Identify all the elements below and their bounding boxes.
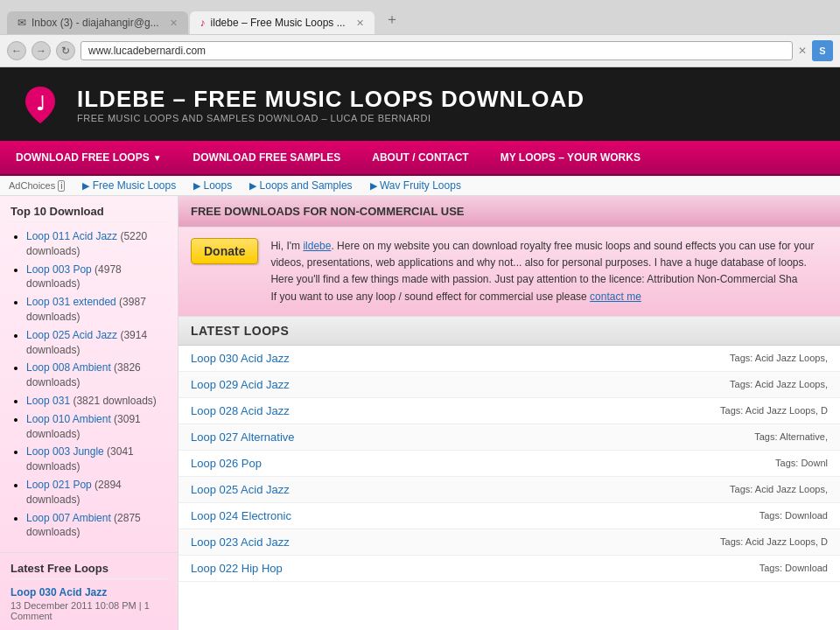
free-downloads-banner: FREE DOWNLOADS FOR NON-COMMERCIAL USE: [178, 196, 840, 228]
loop-link[interactable]: Loop 031 extended: [26, 296, 116, 308]
list-item: Loop 003 Jungle (3041 downloads): [26, 444, 167, 474]
list-item: Loop 010 Ambient (3091 downloads): [26, 412, 167, 442]
site-logo: ♩: [18, 81, 63, 127]
loop-link[interactable]: Loop 030 Acid Jazz: [10, 586, 167, 598]
play-icon-3: ▶: [249, 180, 256, 191]
loop-name-link[interactable]: Loop 028 Acid Jazz: [191, 404, 290, 417]
loop-meta: 13 December 2011 10:08 PM | 1 Comment: [10, 600, 167, 621]
right-content: FREE DOWNLOADS FOR NON-COMMERCIAL USE Do…: [178, 196, 840, 630]
loop-link[interactable]: Loop 007 Ambient: [26, 512, 111, 524]
ad-choices: AdChoices i: [9, 180, 65, 192]
site-subtitle: FREE MUSIC LOOPS AND SAMPLES DOWNLOAD – …: [77, 113, 584, 123]
table-row: Loop 023 Acid Jazz Tags: Acid Jazz Loops…: [178, 529, 840, 556]
latest-loops-header: LATEST LOOPS: [178, 317, 840, 346]
loop-name-link[interactable]: Loop 029 Acid Jazz: [191, 378, 290, 391]
gmail-tab-close[interactable]: ✕: [170, 18, 178, 29]
svg-text:♩: ♩: [36, 93, 45, 115]
loop-tags: Tags: Download: [760, 563, 828, 573]
loop-link[interactable]: Loop 008 Ambient: [26, 361, 111, 374]
site-title: ILDEBE – FREE MUSIC LOOPS DOWNLOAD: [77, 86, 584, 113]
loop-link[interactable]: Loop 010 Ambient: [26, 413, 111, 425]
loop-tags: Tags: Acid Jazz Loops, D: [720, 405, 828, 416]
loop-name-link[interactable]: Loop 022 Hip Hop: [191, 562, 283, 575]
ad-choices-icon: i: [58, 180, 65, 192]
forward-button[interactable]: →: [32, 41, 51, 60]
loop-link[interactable]: Loop 003 Jungle: [26, 445, 104, 458]
loop-link[interactable]: Loop 011 Acid Jazz: [26, 230, 117, 242]
loop-name-link[interactable]: Loop 023 Acid Jazz: [191, 536, 290, 549]
list-item: Loop 003 Pop (4978 downloads): [26, 262, 167, 292]
ildebe-tab-label: ildebe – Free Music Loops ...: [211, 17, 346, 29]
table-row: Loop 030 Acid Jazz Tags: Acid Jazz Loops…: [178, 346, 840, 372]
site-header: ♩ ILDEBE – FREE MUSIC LOOPS DOWNLOAD FRE…: [0, 67, 840, 141]
gmail-tab-label: Inbox (3) - diajahangir@g...: [32, 17, 159, 29]
loop-link[interactable]: Loop 031: [26, 395, 70, 407]
ildebe-link[interactable]: ildebe: [303, 240, 331, 252]
dropdown-arrow-icon: ▼: [153, 153, 162, 163]
donate-button[interactable]: Donate: [191, 238, 258, 264]
ad-link-loops[interactable]: ▶ Loops: [193, 179, 232, 192]
top10-section: Top 10 Download Loop 011 Acid Jazz (5220…: [0, 196, 178, 553]
url-input[interactable]: [80, 41, 793, 60]
new-tab-button[interactable]: ＋: [376, 5, 408, 34]
ildebe-tab-close[interactable]: ✕: [356, 18, 364, 29]
table-row: Loop 029 Acid Jazz Tags: Acid Jazz Loops…: [178, 372, 840, 398]
sidebar: Top 10 Download Loop 011 Acid Jazz (5220…: [0, 196, 178, 630]
donate-description: Hi, I'm ildebe. Here on my website you c…: [270, 238, 828, 305]
table-row: Loop 022 Hip Hop Tags: Download: [178, 556, 840, 582]
ad-link-loops-and-samples[interactable]: ▶ Loops and Samples: [249, 179, 352, 192]
loop-name-link[interactable]: Loop 026 Pop: [191, 457, 262, 470]
list-item: Loop 031 (3821 downloads): [26, 394, 167, 409]
browser-chrome: ✉ Inbox (3) - diajahangir@g... ✕ ♪ ildeb…: [0, 0, 840, 67]
ildebe-favicon: ♪: [200, 17, 206, 29]
loops-table: Loop 030 Acid Jazz Tags: Acid Jazz Loops…: [178, 346, 840, 582]
latest-loops-sidebar-section: Latest Free Loops Loop 030 Acid Jazz 13 …: [0, 553, 178, 630]
list-item: Loop 008 Ambient (3826 downloads): [26, 360, 167, 390]
tab-gmail[interactable]: ✉ Inbox (3) - diajahangir@g... ✕: [7, 11, 188, 34]
browser-action-button[interactable]: S: [812, 40, 833, 61]
header-text: ILDEBE – FREE MUSIC LOOPS DOWNLOAD FREE …: [77, 86, 584, 123]
nav-my-loops[interactable]: MY LOOPS – YOUR WORKS: [485, 141, 656, 174]
ad-bar: AdChoices i ▶ Free Music Loops ▶ Loops ▶…: [0, 176, 840, 196]
loop-tags: Tags: Alternative,: [754, 431, 828, 442]
tab-bar: ✉ Inbox (3) - diajahangir@g... ✕ ♪ ildeb…: [0, 0, 840, 34]
loop-tags: Tags: Acid Jazz Loops, D: [720, 536, 828, 547]
loop-name-link[interactable]: Loop 024 Electronic: [191, 509, 291, 522]
table-row: Loop 027 Alternative Tags: Alternative,: [178, 424, 840, 451]
main-nav: DOWNLOAD FREE LOOPS ▼ DOWNLOAD FREE SAMP…: [0, 141, 840, 176]
list-item: Loop 021 Pop (2894 downloads): [26, 478, 167, 508]
nav-about[interactable]: ABOUT / CONTACT: [356, 141, 484, 174]
list-item: Loop 007 Ambient (2875 downloads): [26, 511, 167, 541]
donate-section: Donate Hi, I'm ildebe. Here on my websit…: [178, 228, 840, 317]
contact-link[interactable]: contact me: [590, 290, 641, 303]
table-row: Loop 026 Pop Tags: Downl: [178, 451, 840, 477]
table-row: Loop 025 Acid Jazz Tags: Acid Jazz Loops…: [178, 477, 840, 503]
ad-link-free-music-loops[interactable]: ▶ Free Music Loops: [82, 179, 176, 192]
ad-link-wav-fruity-loops[interactable]: ▶ Wav Fruity Loops: [370, 179, 461, 192]
nav-download-loops[interactable]: DOWNLOAD FREE LOOPS ▼: [0, 141, 178, 174]
list-item: Loop 030 Acid Jazz 13 December 2011 10:0…: [10, 586, 167, 621]
back-button[interactable]: ←: [7, 41, 26, 60]
table-row: Loop 024 Electronic Tags: Download: [178, 503, 840, 529]
tab-ildebe[interactable]: ♪ ildebe – Free Music Loops ... ✕: [190, 11, 374, 34]
nav-download-samples[interactable]: DOWNLOAD FREE SAMPLES: [178, 141, 357, 174]
loop-link[interactable]: Loop 003 Pop: [26, 263, 92, 276]
main-content: Top 10 Download Loop 011 Acid Jazz (5220…: [0, 196, 840, 630]
loop-name-link[interactable]: Loop 030 Acid Jazz: [191, 352, 290, 365]
reload-button[interactable]: ↻: [56, 41, 75, 60]
list-item: Loop 025 Acid Jazz (3914 downloads): [26, 328, 167, 358]
loop-name-link[interactable]: Loop 027 Alternative: [191, 430, 295, 444]
play-icon-2: ▶: [193, 180, 200, 191]
donate-button-area: Donate: [191, 238, 258, 264]
play-icon-1: ▶: [82, 180, 89, 191]
top10-title: Top 10 Download: [10, 205, 167, 222]
loop-name-link[interactable]: Loop 025 Acid Jazz: [191, 483, 290, 496]
loop-link[interactable]: Loop 021 Pop: [26, 479, 92, 491]
loop-tags: Tags: Download: [760, 510, 828, 521]
url-clear-button[interactable]: ✕: [798, 45, 807, 57]
top10-list: Loop 011 Acid Jazz (5220 downloads) Loop…: [10, 229, 167, 540]
loop-link[interactable]: Loop 025 Acid Jazz: [26, 329, 117, 341]
address-bar: ← → ↻ ✕ S: [0, 34, 840, 67]
play-icon-4: ▶: [370, 180, 377, 191]
loop-tags: Tags: Acid Jazz Loops,: [730, 379, 828, 389]
